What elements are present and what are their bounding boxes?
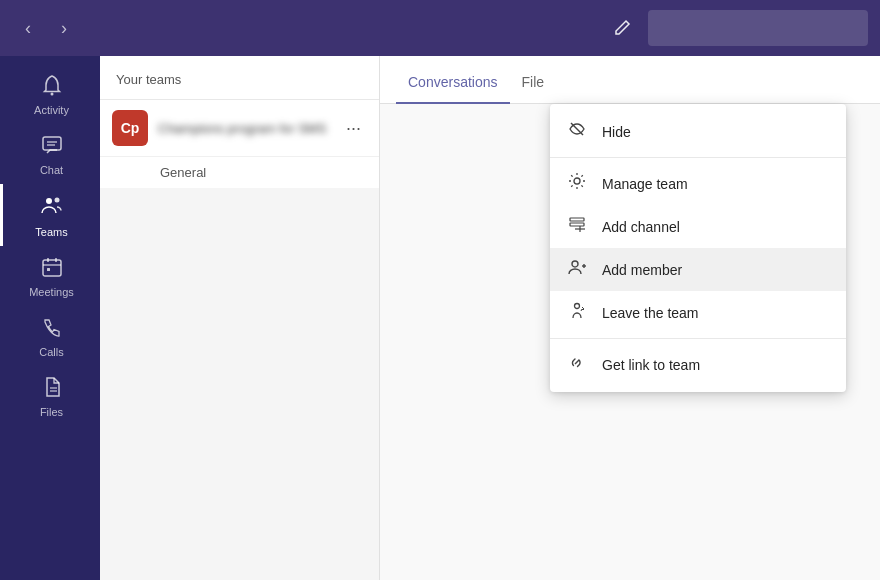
files-label: Files [40,406,63,418]
chat-icon [41,134,63,160]
activity-icon [41,74,63,100]
get-link-icon [566,353,588,376]
sidebar-item-meetings[interactable]: Meetings [0,246,100,306]
add-member-icon [566,258,588,281]
nav-arrows: ‹ › [12,12,80,44]
meetings-label: Meetings [29,286,74,298]
activity-label: Activity [34,104,69,116]
svg-point-0 [50,93,53,96]
manage-team-label: Manage team [602,176,688,192]
hide-label: Hide [602,124,631,140]
compose-button[interactable] [604,10,640,46]
svg-rect-16 [570,223,584,226]
svg-point-5 [54,198,59,203]
channel-name: General [160,165,206,180]
get-link-label: Get link to team [602,357,700,373]
teams-icon [40,194,64,222]
leave-team-label: Leave the team [602,305,699,321]
meetings-icon [41,256,63,282]
sidebar-item-files[interactable]: Files [0,366,100,426]
content-area: Conversations File Hide [380,56,880,580]
main-layout: Activity Chat Te [0,56,880,580]
add-channel-label: Add channel [602,219,680,235]
svg-point-19 [572,261,578,267]
search-bar[interactable] [648,10,868,46]
menu-divider-1 [550,157,846,158]
add-member-label: Add member [602,262,682,278]
content-tabs: Conversations File [380,56,880,104]
menu-item-get-link[interactable]: Get link to team [550,343,846,386]
sidebar-item-activity[interactable]: Activity [0,64,100,124]
top-bar: ‹ › [0,0,880,56]
svg-rect-15 [570,218,584,221]
svg-rect-6 [43,260,61,276]
menu-item-add-member[interactable]: Add member [550,248,846,291]
tab-files[interactable]: File [510,74,557,104]
svg-point-4 [46,198,52,204]
sidebar: Activity Chat Te [0,56,100,580]
compose-icon [613,19,631,37]
teams-header: Your teams [100,56,379,100]
team-name: Champions program for SMS [158,121,340,136]
menu-item-manage-team[interactable]: Manage team [550,162,846,205]
teams-label: Teams [35,226,67,238]
calls-icon [41,316,63,342]
calls-label: Calls [39,346,63,358]
files-icon [41,376,63,402]
sidebar-item-calls[interactable]: Calls [0,306,100,366]
menu-item-leave-team[interactable]: Leave the team [550,291,846,334]
menu-divider-2 [550,338,846,339]
teams-panel: Your teams Cp Champions program for SMS … [100,56,380,580]
forward-button[interactable]: › [48,12,80,44]
chat-label: Chat [40,164,63,176]
sidebar-item-teams[interactable]: Teams [0,184,100,246]
back-button[interactable]: ‹ [12,12,44,44]
hide-icon [566,120,588,143]
team-more-button[interactable]: ··· [340,116,367,141]
tab-conversations[interactable]: Conversations [396,74,510,104]
context-menu-overlay: Hide Manage team [380,56,880,580]
leave-team-icon [566,301,588,324]
sidebar-item-chat[interactable]: Chat [0,124,100,184]
add-channel-icon [566,215,588,238]
svg-point-14 [574,178,580,184]
team-row[interactable]: Cp Champions program for SMS ··· [100,100,379,157]
svg-point-22 [575,304,580,309]
svg-rect-10 [47,268,50,271]
channel-row[interactable]: General [100,157,379,188]
menu-item-add-channel[interactable]: Add channel [550,205,846,248]
context-menu: Hide Manage team [550,104,846,392]
svg-rect-1 [43,137,61,150]
menu-item-hide[interactable]: Hide [550,110,846,153]
team-avatar: Cp [112,110,148,146]
manage-team-icon [566,172,588,195]
